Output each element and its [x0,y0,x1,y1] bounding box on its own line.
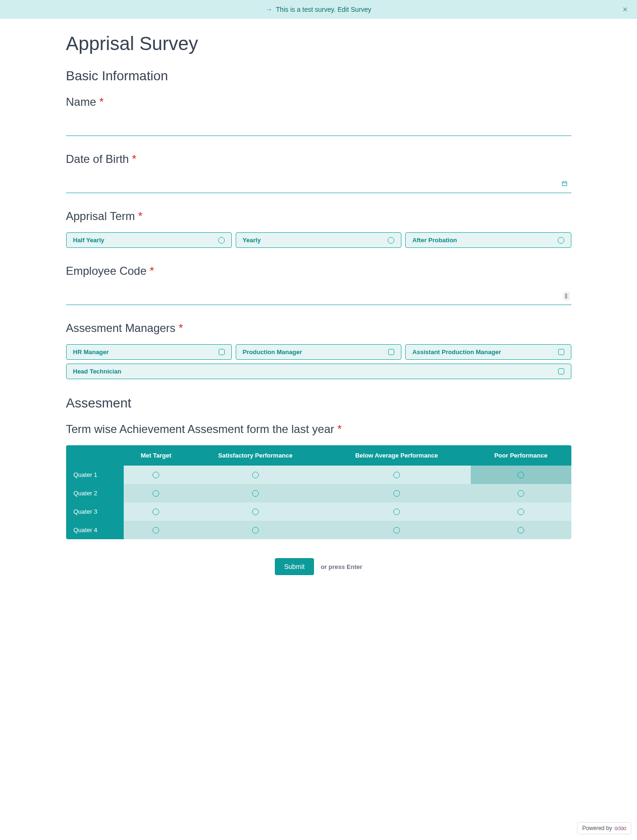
employee-code-label: Employee Code * [66,264,571,278]
radio-icon [153,509,159,515]
matrix-cell[interactable] [323,502,470,521]
matrix-cell[interactable] [188,502,323,521]
matrix-corner [66,445,124,466]
matrix-cell[interactable] [124,466,188,484]
matrix-label: Term wise Achievement Assesment form the… [66,423,571,436]
matrix-row-header: Quater 2 [66,484,124,502]
radio-icon [518,509,524,515]
manager-option-head-technician[interactable]: Head Technician [66,364,571,379]
radio-icon [393,527,400,534]
matrix-cell[interactable] [471,484,571,502]
matrix-col-header: Poor Performance [471,445,571,466]
name-label: Name * [66,95,571,109]
dob-input[interactable] [66,175,571,193]
matrix-row-header: Quater 3 [66,502,124,521]
matrix-cell[interactable] [323,484,470,502]
assesment-managers-label: Assesment Managers * [66,322,571,335]
matrix-cell[interactable] [188,466,323,484]
checkbox-icon [219,349,225,355]
checkbox-icon [558,349,564,355]
term-option-yearly[interactable]: Yearly [236,232,401,248]
radio-icon [153,490,159,497]
matrix-cell[interactable] [471,466,571,484]
number-stepper-icon[interactable]: ▲▼ [563,292,569,300]
matrix-col-header: Below Average Performance [323,445,470,466]
radio-icon [558,237,564,244]
arrow-right-icon: → [266,6,272,13]
matrix-col-header: Met Target [124,445,188,466]
apprisal-term-label: Apprisal Term * [66,210,571,223]
section-assesment: Assesment [66,396,571,411]
radio-icon [153,472,159,478]
test-survey-banner: → This is a test survey. Edit Survey × [0,0,637,19]
edit-survey-link[interactable]: Edit Survey [338,6,372,13]
matrix-row-header: Quater 4 [66,521,124,539]
matrix-cell[interactable] [471,502,571,521]
radio-icon [252,472,259,478]
radio-icon [393,472,400,478]
checkbox-icon [388,349,394,355]
radio-icon [252,527,259,534]
employee-code-input[interactable] [66,287,571,305]
section-basic-info: Basic Information [66,68,571,84]
radio-icon [393,490,400,497]
checkbox-icon [558,368,564,374]
radio-icon [153,527,159,534]
matrix-cell[interactable] [124,484,188,502]
banner-text: This is a test survey. [276,6,337,13]
radio-icon [518,490,524,497]
matrix-row: Quater 2 [66,484,571,502]
close-icon[interactable]: × [622,5,628,15]
matrix-row: Quater 1 [66,466,571,484]
matrix-cell[interactable] [471,521,571,539]
matrix-row-header: Quater 1 [66,466,124,484]
achievement-matrix: Met Target Satisfactory Performance Belo… [66,445,571,539]
radio-icon [518,527,524,534]
matrix-cell[interactable] [323,521,470,539]
name-input[interactable] [66,118,571,136]
radio-icon [252,509,259,515]
radio-icon [518,472,524,478]
matrix-cell[interactable] [188,521,323,539]
term-option-after-probation[interactable]: After Probation [405,232,571,248]
manager-option-hr[interactable]: HR Manager [66,344,232,360]
survey-title: Apprisal Survey [66,33,571,54]
submit-button[interactable]: Submit [275,558,314,575]
matrix-col-header: Satisfactory Performance [188,445,323,466]
dob-label: Date of Birth * [66,153,571,166]
matrix-cell[interactable] [124,521,188,539]
manager-option-assistant-production[interactable]: Assistant Production Manager [405,344,571,360]
radio-icon [252,490,259,497]
matrix-row: Quater 4 [66,521,571,539]
term-option-half-yearly[interactable]: Half Yearly [66,232,232,248]
radio-icon [393,509,400,515]
submit-hint: or press Enter [321,563,362,570]
radio-icon [218,237,225,244]
matrix-cell[interactable] [188,484,323,502]
matrix-cell[interactable] [124,502,188,521]
matrix-cell[interactable] [323,466,470,484]
radio-icon [388,237,394,244]
matrix-row: Quater 3 [66,502,571,521]
manager-option-production[interactable]: Production Manager [236,344,401,360]
